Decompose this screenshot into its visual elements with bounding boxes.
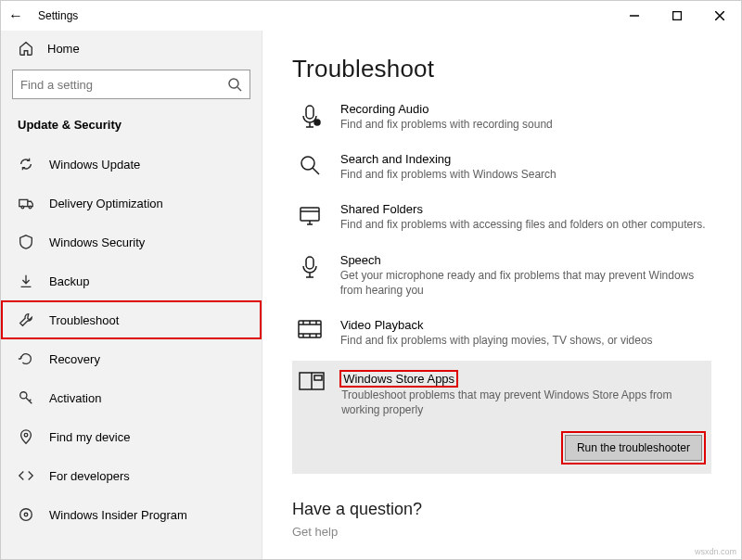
sidebar-item-troubleshoot[interactable]: Troubleshoot — [1, 300, 262, 339]
section-label: Update & Security — [1, 114, 262, 145]
sidebar-item-for-developers[interactable]: For developers — [1, 456, 262, 495]
shield-icon — [18, 234, 34, 250]
svg-point-4 — [229, 79, 238, 88]
sidebar-item-activation[interactable]: Activation — [1, 378, 262, 417]
backup-icon — [18, 273, 34, 289]
watermark: wsxdn.com — [695, 547, 736, 556]
window-title: Settings — [38, 9, 78, 22]
microphone-record-icon — [296, 102, 324, 132]
maximize-button[interactable] — [656, 1, 698, 31]
get-help-link[interactable]: Get help — [292, 525, 711, 539]
nav-label: Backup — [49, 274, 89, 288]
search-input[interactable] — [20, 78, 227, 92]
back-button[interactable]: ← — [1, 7, 31, 24]
svg-point-7 — [21, 206, 24, 209]
nav-label: Delivery Optimization — [49, 197, 163, 210]
sidebar-item-recovery[interactable]: Recovery — [1, 339, 262, 378]
svg-rect-17 — [301, 208, 319, 221]
magnifier-icon — [296, 152, 324, 182]
troubleshooter-windows-store-apps[interactable]: Windows Store Apps Troubleshoot problems… — [292, 361, 711, 473]
sidebar-item-backup[interactable]: Backup — [1, 261, 262, 300]
troubleshooter-desc: Find and fix problems with Windows Searc… — [340, 167, 556, 182]
troubleshooter-label: Shared Folders — [340, 202, 706, 216]
svg-rect-13 — [306, 106, 313, 119]
sidebar-item-home[interactable]: Home — [1, 31, 262, 66]
troubleshooter-label: Video Playback — [340, 318, 653, 332]
content-area: Home Update & Security Windows Update De… — [1, 31, 741, 559]
close-button[interactable] — [698, 1, 741, 31]
home-icon — [18, 40, 34, 57]
run-troubleshooter-button[interactable]: Run the troubleshooter — [565, 435, 702, 461]
svg-line-16 — [313, 168, 319, 174]
troubleshooter-label: Recording Audio — [340, 102, 553, 116]
nav-label: For developers — [49, 469, 130, 483]
microphone-icon — [296, 253, 324, 298]
sidebar: Home Update & Security Windows Update De… — [1, 31, 262, 559]
settings-window: ← Settings Home Update & Security Window… — [0, 0, 742, 560]
svg-point-9 — [20, 392, 27, 399]
main-panel: Troubleshoot Recording Audio Find and fi… — [262, 31, 741, 559]
troubleshooter-desc: Find and fix problems with playing movie… — [340, 333, 653, 348]
nav-label: Activation — [49, 391, 101, 405]
svg-rect-6 — [19, 199, 28, 206]
recovery-icon — [18, 350, 34, 367]
video-icon — [296, 318, 324, 348]
code-icon — [18, 467, 34, 484]
svg-rect-1 — [673, 12, 682, 20]
search-icon — [227, 77, 242, 92]
troubleshooter-desc: Get your microphone ready and fix proble… — [340, 268, 708, 298]
svg-rect-18 — [306, 257, 313, 269]
svg-point-15 — [301, 157, 314, 170]
minimize-button[interactable] — [613, 1, 656, 31]
location-icon — [18, 428, 34, 445]
wrench-icon — [18, 312, 34, 328]
nav-label: Troubleshoot — [49, 313, 119, 327]
svg-rect-30 — [314, 375, 322, 380]
svg-line-5 — [237, 87, 241, 91]
troubleshooter-shared-folders[interactable]: Shared Folders Find and fix problems wit… — [292, 195, 711, 239]
titlebar: ← Settings — [1, 1, 741, 31]
troubleshooter-label: Speech — [340, 253, 708, 267]
nav-label: Windows Update — [49, 158, 140, 172]
shared-folder-icon — [296, 202, 324, 232]
svg-point-12 — [24, 513, 28, 516]
svg-point-14 — [314, 120, 320, 125]
troubleshooter-label: Search and Indexing — [340, 152, 556, 166]
troubleshooter-label: Windows Store Apps — [341, 372, 456, 386]
sidebar-item-find-my-device[interactable]: Find my device — [1, 417, 262, 456]
nav-label: Recovery — [49, 352, 100, 366]
troubleshooter-desc: Find and fix problems with recording sou… — [340, 117, 553, 132]
svg-point-10 — [24, 433, 28, 437]
troubleshooter-desc: Find and fix problems with accessing fil… — [340, 217, 706, 232]
svg-point-11 — [20, 509, 32, 521]
delivery-icon — [18, 195, 34, 211]
svg-point-8 — [29, 206, 32, 209]
question-heading: Have a question? — [292, 500, 711, 519]
key-icon — [18, 389, 34, 406]
store-apps-icon — [298, 370, 325, 460]
insider-icon — [18, 506, 34, 523]
troubleshooter-search-indexing[interactable]: Search and Indexing Find and fix problem… — [292, 145, 711, 189]
nav-label: Windows Insider Program — [49, 508, 187, 522]
search-input-wrap[interactable] — [12, 70, 250, 99]
troubleshooter-desc: Troubleshoot problems that may prevent W… — [341, 388, 702, 417]
sync-icon — [18, 156, 34, 172]
sidebar-item-windows-security[interactable]: Windows Security — [1, 223, 262, 261]
troubleshooter-speech[interactable]: Speech Get your microphone ready and fix… — [292, 246, 711, 305]
nav-label: Find my device — [49, 430, 130, 444]
sidebar-item-windows-update[interactable]: Windows Update — [1, 145, 262, 184]
sidebar-item-delivery-optimization[interactable]: Delivery Optimization — [1, 184, 262, 223]
home-label: Home — [47, 42, 80, 56]
troubleshooter-video-playback[interactable]: Video Playback Find and fix problems wit… — [292, 311, 711, 355]
sidebar-item-insider-program[interactable]: Windows Insider Program — [1, 495, 262, 534]
nav-label: Windows Security — [49, 235, 145, 249]
page-title: Troubleshoot — [292, 55, 711, 83]
troubleshooter-recording-audio[interactable]: Recording Audio Find and fix problems wi… — [292, 95, 711, 139]
